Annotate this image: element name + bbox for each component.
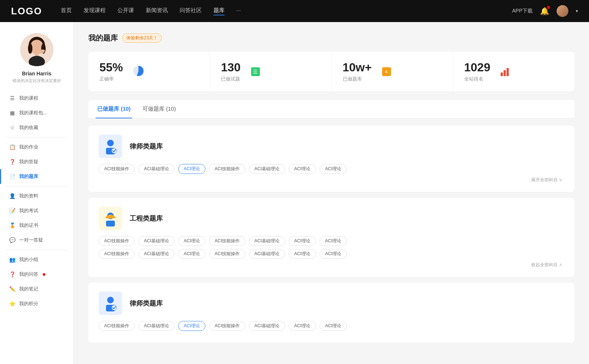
sidebar-item-my-courses[interactable]: ☰ 我的课程 bbox=[0, 91, 73, 106]
sidebar-item-my-qa[interactable]: ❓ 我的答疑 bbox=[0, 154, 73, 169]
qbank-lawyer-header: 律师类题库 bbox=[99, 135, 564, 158]
tag-lawyer2-2[interactable]: ACI理论 bbox=[178, 321, 205, 331]
lawyer-figure-icon bbox=[102, 138, 119, 154]
nav-item-home[interactable]: 首页 bbox=[61, 7, 72, 15]
sidebar-item-my-notes[interactable]: ✏️ 我的笔记 bbox=[0, 282, 73, 296]
notification-bell-icon[interactable]: 🔔 bbox=[540, 7, 549, 15]
exams-icon: 📝 bbox=[9, 208, 15, 214]
sidebar-item-one-on-one[interactable]: 💬 一对一答疑 bbox=[0, 233, 73, 247]
sidebar-item-my-questions[interactable]: ❓ 我的问答 bbox=[0, 267, 73, 282]
pie-chart-icon bbox=[133, 66, 144, 76]
questions-icon: ❓ bbox=[9, 271, 15, 277]
sidebar-item-my-exams[interactable]: 📝 我的考试 bbox=[0, 203, 73, 218]
tag-lawyer-6[interactable]: ACI理论 bbox=[320, 164, 347, 174]
navbar-logo: LOGO bbox=[11, 6, 42, 17]
sidebar-item-favorites[interactable]: ☆ 我的收藏 bbox=[0, 120, 73, 135]
sidebar-item-my-certs[interactable]: 🏅 我的证书 bbox=[0, 218, 73, 233]
tag-eng-r2-3[interactable]: ACI技能操作 bbox=[209, 249, 245, 259]
tag-lawyer-5[interactable]: ACI理论 bbox=[289, 164, 316, 174]
packages-icon: ▦ bbox=[9, 110, 15, 116]
tag-lawyer-0[interactable]: ACI技能操作 bbox=[99, 164, 135, 174]
tag-lawyer2-0[interactable]: ACI技能操作 bbox=[99, 321, 135, 331]
tag-eng-r2-2[interactable]: ACI理论 bbox=[178, 249, 205, 259]
nav-item-news[interactable]: 新闻资讯 bbox=[146, 7, 168, 15]
qbank-lawyer2-icon bbox=[99, 292, 122, 315]
qbank-engineering-icon bbox=[99, 207, 122, 230]
page-header: 我的题库 体验剩余23天！ bbox=[88, 33, 574, 43]
page-wrapper: Brian Harris 错误的决定比没有决定要好 ☰ 我的课程 ▦ 我的课程包… bbox=[0, 22, 589, 364]
tag-lawyer-2[interactable]: ACI理论 bbox=[178, 164, 205, 174]
tab-available-banks[interactable]: 可做题库 (10) bbox=[141, 100, 177, 118]
qbank-engineering-tags-row2: ACI技能操作 ACI基础理论 ACI理论 ACI技能操作 ACI基础理论 AC… bbox=[99, 249, 564, 259]
ranking-chart-icon bbox=[501, 67, 509, 76]
tag-lawyer2-3[interactable]: ACI技能操作 bbox=[209, 321, 245, 331]
user-menu-arrow-icon[interactable]: ▾ bbox=[576, 8, 578, 14]
user-avatar-nav[interactable] bbox=[557, 5, 568, 17]
stat-done-banks-label: 已做题库 bbox=[343, 76, 372, 82]
tag-eng-r1-2[interactable]: ACI理论 bbox=[178, 236, 205, 246]
sidebar-item-my-groups[interactable]: 👥 我的小组 bbox=[0, 252, 73, 267]
courses-icon: ☰ bbox=[9, 95, 15, 101]
tag-eng-r1-6[interactable]: ACI理论 bbox=[320, 236, 347, 246]
stat-accuracy-content: 55% 正确率 bbox=[99, 61, 123, 82]
expand-lawyer-link[interactable]: 展开全部科目 ∨ bbox=[99, 177, 564, 183]
tag-eng-r2-6[interactable]: ACI理论 bbox=[320, 249, 347, 259]
tag-lawyer2-5[interactable]: ACI理论 bbox=[289, 321, 316, 331]
tag-eng-r1-1[interactable]: ACI基础理论 bbox=[138, 236, 174, 246]
tag-eng-r2-5[interactable]: ACI理论 bbox=[289, 249, 316, 259]
groups-icon: 👥 bbox=[9, 257, 15, 263]
sidebar-item-my-data[interactable]: 👤 我的资料 bbox=[0, 189, 73, 203]
sidebar-item-my-qbank[interactable]: 📄 我的题库 bbox=[0, 169, 73, 184]
navbar: LOGO 首页 发现课程 公开课 新闻资讯 问答社区 题库 ··· APP下载 … bbox=[0, 0, 589, 22]
collapse-engineering-link[interactable]: 收起全部科目 ∧ bbox=[99, 262, 564, 268]
stat-done-questions-value: 130 bbox=[221, 61, 240, 74]
questions-notification-dot bbox=[43, 273, 45, 276]
app-download-button[interactable]: APP下载 bbox=[512, 8, 533, 14]
homework-icon: 📋 bbox=[9, 144, 15, 150]
tag-eng-r1-4[interactable]: ACI基础理论 bbox=[249, 236, 285, 246]
tag-lawyer2-4[interactable]: ACI基础理论 bbox=[249, 321, 285, 331]
tag-lawyer-3[interactable]: ACI技能操作 bbox=[209, 164, 245, 174]
nav-item-qa[interactable]: 问答社区 bbox=[180, 7, 202, 15]
avatar-illustration bbox=[20, 33, 53, 66]
engineer-figure-icon bbox=[102, 210, 119, 226]
nav-item-discover[interactable]: 发现课程 bbox=[84, 7, 106, 15]
tag-eng-r2-1[interactable]: ACI基础理论 bbox=[138, 249, 174, 259]
done-banks-icon: ≡ bbox=[382, 67, 391, 76]
tag-eng-r1-3[interactable]: ACI技能操作 bbox=[209, 236, 245, 246]
tag-lawyer2-1[interactable]: ACI基础理论 bbox=[138, 321, 174, 331]
sidebar-item-homework[interactable]: 📋 我的作业 bbox=[0, 140, 73, 154]
qbank-lawyer2-title: 律师类题库 bbox=[130, 299, 163, 308]
qbank-card-engineering: 工程类题库 ACI技能操作 ACI基础理论 ACI理论 ACI技能操作 ACI基… bbox=[88, 198, 574, 277]
sidebar: Brian Harris 错误的决定比没有决定要好 ☰ 我的课程 ▦ 我的课程包… bbox=[0, 22, 74, 364]
points-icon: ⭐ bbox=[9, 301, 15, 307]
tag-lawyer2-6[interactable]: ACI理论 bbox=[320, 321, 347, 331]
sidebar-divider-2 bbox=[6, 186, 67, 186]
tag-eng-r2-0[interactable]: ACI技能操作 bbox=[99, 249, 135, 259]
stat-ranking-content: 1029 全站排名 bbox=[464, 61, 490, 82]
svg-rect-12 bbox=[106, 221, 115, 226]
tag-lawyer-4[interactable]: ACI基础理论 bbox=[249, 164, 285, 174]
nav-item-qbank[interactable]: 题库 bbox=[214, 7, 225, 15]
stat-accuracy-value: 55% bbox=[99, 61, 123, 74]
tab-done-banks[interactable]: 已做题库 (10) bbox=[96, 100, 132, 118]
qbank-engineering-header: 工程类题库 bbox=[99, 207, 564, 230]
tag-eng-r1-0[interactable]: ACI技能操作 bbox=[99, 236, 135, 246]
svg-point-3 bbox=[28, 43, 32, 54]
nav-item-open-course[interactable]: 公开课 bbox=[117, 7, 134, 15]
qbank-lawyer-icon bbox=[99, 135, 122, 158]
stat-done-questions-content: 130 已做试题 bbox=[221, 61, 240, 82]
stat-accuracy: 55% 正确率 bbox=[88, 52, 210, 91]
tag-lawyer-1[interactable]: ACI基础理论 bbox=[138, 164, 174, 174]
tabs-bar: 已做题库 (10) 可做题库 (10) bbox=[88, 100, 574, 118]
sidebar-item-course-packages[interactable]: ▦ 我的课程包... bbox=[0, 106, 73, 120]
qbank-engineering-tags-row1: ACI技能操作 ACI基础理论 ACI理论 ACI技能操作 ACI基础理论 AC… bbox=[99, 236, 564, 246]
qbank-card-lawyer-2: 律师类题库 ACI技能操作 ACI基础理论 ACI理论 ACI技能操作 ACI基… bbox=[88, 283, 574, 343]
tag-eng-r1-5[interactable]: ACI理论 bbox=[289, 236, 316, 246]
page-title: 我的题库 bbox=[88, 33, 118, 43]
nav-item-more[interactable]: ··· bbox=[236, 7, 241, 15]
qbank-engineering-title: 工程类题库 bbox=[130, 214, 163, 223]
svg-rect-13 bbox=[106, 217, 115, 218]
tag-eng-r2-4[interactable]: ACI基础理论 bbox=[249, 249, 285, 259]
sidebar-item-my-points[interactable]: ⭐ 我的积分 bbox=[0, 296, 73, 311]
